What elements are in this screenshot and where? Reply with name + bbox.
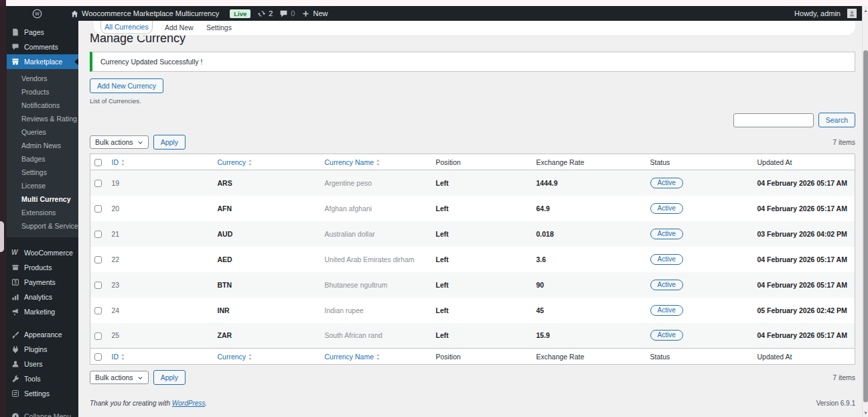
status-badge[interactable]: Active: [650, 305, 683, 316]
cell-status: Active: [646, 298, 753, 323]
updates-count: 2: [269, 9, 273, 17]
sidebar-subitem-queries[interactable]: Queries: [7, 125, 78, 139]
scroll-down-arrow[interactable]: ▼: [863, 410, 868, 416]
new-label: New: [313, 9, 328, 17]
column-header-id[interactable]: ID: [108, 154, 214, 170]
marketing-icon: [11, 308, 19, 316]
collapse-icon: [11, 412, 19, 417]
scroll-up-arrow[interactable]: ▲: [863, 8, 868, 13]
column-header-currency[interactable]: Currency: [214, 154, 321, 170]
sidebar-item-payments[interactable]: $Payments: [7, 275, 78, 290]
sidebar-subitem-reviews-rating[interactable]: Reviews & Rating: [7, 112, 78, 125]
column-header-currency[interactable]: Currency: [214, 349, 321, 365]
howdy-text: Howdy, admin: [794, 9, 841, 17]
wordpress-logo-icon[interactable]: W: [32, 9, 42, 19]
status-badge[interactable]: Active: [650, 203, 683, 214]
cell-exchange-rate: 64.9: [532, 196, 646, 221]
select-all-checkbox[interactable]: [94, 353, 102, 361]
cell-updated-at: 04 February 2026 05:17 AM: [753, 272, 855, 298]
account-menu[interactable]: Howdy, admin: [794, 9, 857, 18]
tools-icon: [11, 375, 19, 383]
footer-thanks-prefix: Thank you for creating with: [90, 400, 172, 407]
scrollbar[interactable]: ▲ ▼: [862, 6, 868, 417]
bulk-actions-select[interactable]: Bulk actions: [90, 135, 149, 149]
new-content-link[interactable]: New: [301, 9, 328, 18]
comments-count: 0: [291, 9, 295, 17]
sidebar-item-marketing[interactable]: Marketing: [7, 304, 78, 319]
tab-all-currencies[interactable]: All Currencies: [100, 21, 153, 34]
sidebar-item-tools[interactable]: Tools: [7, 371, 78, 386]
cell-exchange-rate: 15.9: [532, 323, 646, 349]
cell-currency-name: Indian rupee: [321, 298, 432, 323]
sidebar-item-plugins[interactable]: Plugins: [7, 342, 78, 357]
sidebar-subitem-admin-news[interactable]: Admin News: [7, 139, 78, 152]
column-header-currency-name[interactable]: Currency Name: [321, 154, 432, 170]
row-checkbox[interactable]: [94, 205, 102, 213]
live-badge: Live: [230, 9, 250, 18]
sidebar-subitem-settings[interactable]: Settings: [7, 166, 78, 179]
cell-exchange-rate: 1444.9: [532, 170, 646, 196]
browser-edge-tab[interactable]: [0, 221, 4, 252]
row-checkbox[interactable]: [94, 180, 102, 187]
row-checkbox[interactable]: [94, 307, 102, 314]
site-name-link[interactable]: Woocommerce Marketplace Multicurrency: [70, 9, 219, 18]
tab-settings[interactable]: Settings: [206, 23, 232, 32]
sidebar-subitem-products[interactable]: Products: [7, 85, 78, 99]
status-badge[interactable]: Active: [650, 178, 683, 188]
cell-position: Left: [432, 247, 532, 272]
wordpress-link[interactable]: WordPress: [172, 400, 205, 407]
status-badge[interactable]: Active: [650, 229, 683, 239]
column-header-exchange-rate: Exchange Rate: [532, 349, 646, 365]
column-header-position: Position: [432, 154, 532, 170]
apply-button[interactable]: Apply: [153, 135, 186, 150]
home-icon: [70, 9, 79, 18]
search-input[interactable]: [733, 113, 814, 127]
row-checkbox[interactable]: [94, 231, 102, 238]
sidebar-item-appearance[interactable]: Appearance: [7, 327, 78, 342]
table-row: 23BTNBhutanese ngultrumLeft90Active04 Fe…: [90, 272, 855, 298]
sidebar-subitem-license[interactable]: License: [7, 179, 78, 192]
cell-currency-name: Argentine peso: [321, 170, 432, 196]
column-header-currency-name[interactable]: Currency Name: [321, 349, 432, 365]
table-row: 19ARSArgentine pesoLeft1444.9Active04 Fe…: [90, 170, 855, 196]
marketplace-submenu: VendorsProductsNotificationsReviews & Ra…: [7, 69, 78, 237]
sidebar-subitem-vendors[interactable]: Vendors: [7, 72, 78, 85]
comment-bubble-icon: [279, 9, 288, 18]
sidebar-item-collapse-menu[interactable]: Collapse Menu: [7, 409, 78, 417]
sidebar-item-marketplace[interactable]: Marketplace: [7, 54, 78, 69]
products-icon: [11, 263, 19, 272]
status-badge[interactable]: Active: [650, 280, 683, 290]
sidebar-subitem-badges[interactable]: Badges: [7, 152, 78, 166]
sidebar-item-analytics[interactable]: Analytics: [7, 290, 78, 304]
sidebar-item-products[interactable]: Products: [7, 260, 78, 275]
select-all-checkbox[interactable]: [94, 159, 102, 166]
search-button[interactable]: Search: [818, 113, 855, 127]
sidebar-subitem-extensions[interactable]: Extensions: [7, 206, 78, 219]
sidebar-item-label: Appearance: [24, 331, 62, 339]
cell-updated-at: 05 February 2026 02:42 PM: [753, 298, 855, 323]
cell-currency-name: South African rand: [321, 323, 432, 349]
sidebar-item-pages[interactable]: Pages: [7, 25, 78, 40]
scrollbar-thumb[interactable]: [863, 50, 868, 402]
sidebar-item-woocommerce[interactable]: WWooCommerce: [7, 245, 78, 260]
updates-link[interactable]: 2: [257, 9, 273, 18]
sidebar-subitem-support-services[interactable]: Support & Services: [7, 219, 78, 233]
tab-add-new[interactable]: Add New: [165, 23, 194, 32]
sidebar-subitem-notifications[interactable]: Notifications: [7, 99, 78, 112]
sidebar-subitem-multi-currency[interactable]: Multi Currency: [7, 192, 78, 206]
row-checkbox[interactable]: [94, 333, 102, 340]
avatar: [847, 9, 857, 18]
plugins-icon: [11, 345, 19, 353]
status-badge[interactable]: Active: [650, 254, 683, 265]
sidebar-item-settings[interactable]: Settings: [7, 386, 78, 401]
sidebar-item-users[interactable]: Users: [7, 357, 78, 371]
comments-link[interactable]: 0: [279, 9, 295, 18]
row-checkbox[interactable]: [94, 256, 102, 263]
column-header-id[interactable]: ID: [108, 349, 214, 365]
add-new-currency-button[interactable]: Add New Currency: [90, 78, 163, 93]
apply-button-bottom[interactable]: Apply: [153, 370, 186, 385]
status-badge[interactable]: Active: [650, 330, 683, 341]
sidebar-item-comments[interactable]: Comments: [7, 40, 78, 54]
bulk-actions-select-bottom[interactable]: Bulk actions: [90, 371, 149, 384]
row-checkbox[interactable]: [94, 282, 102, 289]
